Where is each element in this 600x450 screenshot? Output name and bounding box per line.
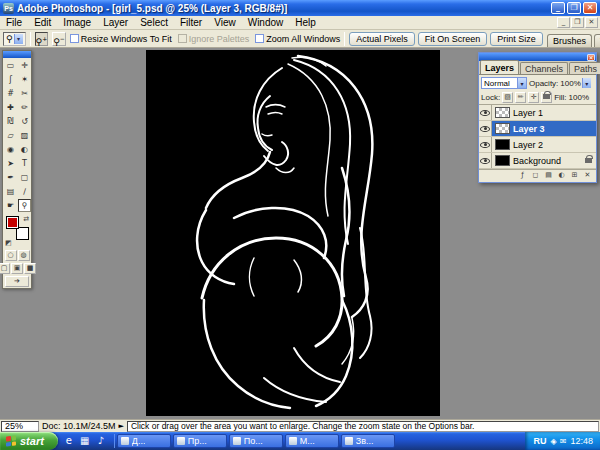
slice-tool[interactable]: ✂ — [18, 87, 31, 100]
tray-icon[interactable]: ✉ — [560, 437, 567, 446]
lasso-tool[interactable]: ʃ — [4, 73, 17, 86]
clone-stamp-tool[interactable]: ₪ — [4, 115, 17, 128]
shape-tool[interactable]: ▢ — [18, 171, 31, 184]
taskbar-item[interactable]: Пр... — [173, 434, 227, 448]
checkbox-box[interactable] — [255, 34, 264, 43]
healing-brush-tool[interactable]: ✚ — [4, 101, 17, 114]
palette-tab[interactable]: Layers — [480, 60, 519, 74]
palette-tab[interactable]: Channels — [520, 62, 568, 74]
tool-preset-picker[interactable]: ⚲ ▾ — [3, 32, 26, 46]
layer-set-button[interactable]: ▤ — [543, 171, 554, 181]
minimize-button[interactable]: _ — [551, 2, 565, 14]
zoom-tool[interactable]: ⚲ — [18, 199, 31, 212]
default-colors-icon[interactable]: ◩ — [5, 239, 12, 247]
media-player-icon[interactable]: ♪ — [94, 434, 108, 448]
document-restore-button[interactable]: ❐ — [571, 17, 584, 28]
fullscreen-menubar-button[interactable]: ▣ — [11, 263, 23, 274]
rect-marquee-tool[interactable]: ▭ — [4, 59, 17, 72]
options-button[interactable]: Actual Pixels — [349, 32, 415, 46]
layer-row[interactable]: Layer 3 — [479, 121, 596, 137]
move-tool[interactable]: ✛ — [18, 59, 31, 72]
palette-tab[interactable]: Paths — [569, 62, 600, 74]
taskbar-item[interactable]: Зв... — [341, 434, 395, 448]
language-indicator[interactable]: RU — [534, 436, 547, 446]
lock-all-button[interactable] — [541, 92, 552, 103]
blend-mode-select[interactable]: Normal ▾ — [481, 77, 527, 89]
restore-button[interactable]: ❐ — [567, 2, 581, 14]
document-close-button[interactable]: ✕ — [585, 17, 598, 28]
options-button[interactable]: Print Size — [490, 32, 543, 46]
eraser-tool[interactable]: ▱ — [4, 129, 17, 142]
blur-tool[interactable]: ◉ — [4, 143, 17, 156]
jump-to-imageready-button[interactable]: ➔ — [5, 276, 29, 287]
visibility-toggle[interactable] — [479, 137, 492, 152]
zoom-level-field[interactable]: 25% — [1, 421, 39, 432]
visibility-toggle[interactable] — [479, 153, 492, 168]
toolbox-grip[interactable] — [3, 51, 31, 58]
dodge-tool[interactable]: ◐ — [18, 143, 31, 156]
brush-tool[interactable]: ✏ — [18, 101, 31, 114]
lock-pixels-button[interactable]: ✏ — [515, 92, 526, 103]
visibility-toggle[interactable] — [479, 105, 492, 120]
lock-position-button[interactable]: ✛ — [528, 92, 539, 103]
delete-layer-button[interactable]: ✕ — [582, 171, 593, 181]
standard-mode-button[interactable]: ○ — [5, 250, 17, 261]
internet-explorer-icon[interactable]: e — [62, 434, 76, 448]
document-minimize-button[interactable]: _ — [557, 17, 570, 28]
start-button[interactable]: start — [0, 432, 58, 450]
fill-value[interactable]: 100% — [569, 93, 589, 102]
taskbar-item[interactable]: По... — [229, 434, 283, 448]
quick-mask-button[interactable]: ◍ — [18, 250, 30, 261]
checkbox-box[interactable] — [70, 34, 79, 43]
crop-tool[interactable]: # — [4, 87, 17, 100]
layer-row[interactable]: Layer 2 — [479, 137, 596, 153]
zoom-out-button[interactable]: ⚲− — [52, 32, 66, 46]
menu-item[interactable]: File — [0, 17, 28, 28]
menu-item[interactable]: Select — [134, 17, 174, 28]
taskbar-item[interactable]: Д... — [117, 434, 171, 448]
checkbox-box[interactable] — [178, 34, 187, 43]
option-checkbox[interactable]: Resize Windows To Fit — [70, 34, 172, 44]
foreground-color-swatch[interactable] — [6, 216, 19, 229]
lock-transparency-button[interactable]: ▨ — [502, 92, 513, 103]
palette-well-tab[interactable]: Brushes — [547, 34, 592, 47]
opacity-value[interactable]: 100% ▾ — [560, 78, 590, 88]
menu-item[interactable]: Image — [57, 17, 97, 28]
tray-icon[interactable]: ◈ — [551, 437, 557, 446]
menu-item[interactable]: Edit — [28, 17, 57, 28]
options-button[interactable]: Fit On Screen — [418, 32, 488, 46]
taskbar-item[interactable]: М... — [285, 434, 339, 448]
document-canvas[interactable] — [146, 50, 440, 416]
history-brush-tool[interactable]: ↺ — [18, 115, 31, 128]
clock[interactable]: 12:48 — [570, 436, 593, 446]
menu-item[interactable]: Window — [242, 17, 290, 28]
menu-item[interactable]: Layer — [97, 17, 134, 28]
type-tool[interactable]: T — [18, 157, 31, 170]
pen-tool[interactable]: ✒ — [4, 171, 17, 184]
standard-screen-button[interactable]: ▢ — [0, 263, 10, 274]
layer-style-button[interactable]: ƒ — [517, 171, 528, 181]
fullscreen-button[interactable]: ■ — [24, 263, 36, 274]
option-checkbox[interactable]: Ignore Palettes — [178, 34, 250, 44]
status-arrow-icon[interactable]: ► — [119, 422, 124, 430]
new-layer-button[interactable]: ⊞ — [569, 171, 580, 181]
palette-close-icon[interactable]: ✕ — [587, 54, 595, 61]
swap-colors-icon[interactable]: ⇄ — [23, 215, 29, 223]
adjustment-layer-button[interactable]: ◐ — [556, 171, 567, 181]
menu-item[interactable]: Help — [289, 17, 322, 28]
magic-wand-tool[interactable]: ✶ — [18, 73, 31, 86]
menu-item[interactable]: View — [208, 17, 242, 28]
layer-mask-button[interactable]: ◻ — [530, 171, 541, 181]
menu-item[interactable]: Filter — [174, 17, 208, 28]
eyedropper-tool[interactable]: ∕ — [18, 185, 31, 198]
visibility-toggle[interactable] — [479, 121, 492, 136]
close-button[interactable]: ✕ — [583, 2, 597, 14]
palette-well-tab[interactable]: Tool Pr — [594, 34, 600, 47]
document-size-info[interactable]: Doc: 10.1M/24.5M — [42, 421, 116, 431]
layer-row[interactable]: Layer 1 — [479, 105, 596, 121]
layer-row[interactable]: Background — [479, 153, 596, 169]
hand-tool[interactable]: ☛ — [4, 199, 17, 212]
gradient-tool[interactable]: ▨ — [18, 129, 31, 142]
option-checkbox[interactable]: Zoom All Windows — [255, 34, 340, 44]
notes-tool[interactable]: ▤ — [4, 185, 17, 198]
